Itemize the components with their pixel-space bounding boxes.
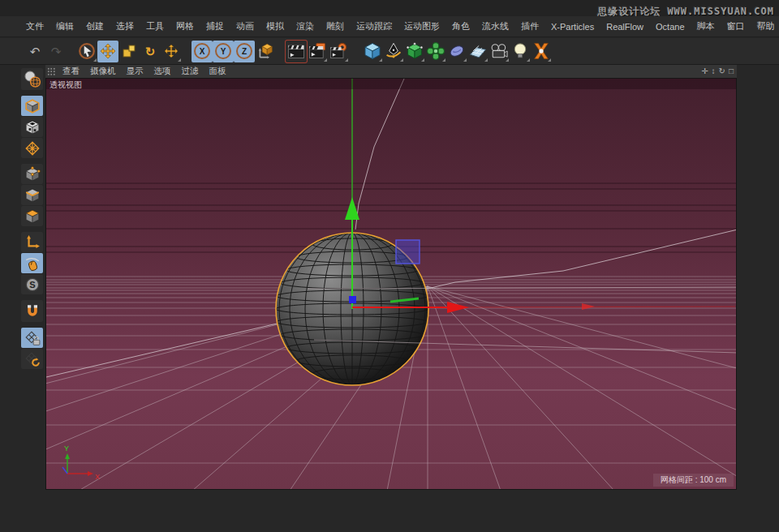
menu-create[interactable]: 创建 [86,20,104,32]
menu-octane[interactable]: Octane [656,22,684,32]
render-view-button[interactable] [286,41,307,62]
menu-render[interactable]: 渲染 [296,20,314,32]
workplane-grid-icon [24,140,41,157]
snap-s-icon: S [24,277,41,293]
coordinate-cube-icon [256,42,274,60]
model-mode-button[interactable] [21,96,43,116]
texture-mode-button[interactable] [21,117,43,137]
light-bulb-icon [510,41,530,61]
viewport-maximize-icon[interactable]: □ [729,67,734,75]
gizmo-plane-handle[interactable] [396,240,420,264]
redo-icon: ↷ [51,45,62,58]
points-mode-button[interactable] [21,164,43,184]
add-primitive-cube-button[interactable] [362,41,383,62]
undo-button[interactable]: ↶ [24,41,45,62]
viewport-pan-icon[interactable]: ✛ [701,67,708,75]
move-tool-button[interactable] [97,41,118,62]
menu-help[interactable]: 帮助 [757,20,775,32]
modeling-object-button[interactable] [404,41,425,62]
menu-sculpt[interactable]: 雕刻 [326,20,344,32]
edges-mode-button[interactable] [21,185,43,205]
gizmo-origin[interactable] [349,296,356,303]
menu-snap[interactable]: 捕捉 [206,20,224,32]
rotate-tool-button[interactable]: ↻ [140,41,161,62]
viewport-solo-button[interactable] [21,253,43,273]
x-axis-lock-button[interactable]: X [192,41,213,62]
scale-tool-button[interactable] [118,41,140,62]
vmenu-display[interactable]: 显示 [127,66,144,77]
enable-axis-button[interactable] [21,232,43,252]
vmenu-options[interactable]: 选项 [154,66,171,77]
workplane-mode-button[interactable] [21,138,43,158]
render-settings-gear-icon [329,41,348,61]
menu-realflow[interactable]: RealFlow [606,22,643,32]
workplane-lock-icon [24,330,41,346]
menu-plugins[interactable]: 插件 [521,20,539,32]
polygons-cube-icon [24,208,41,225]
vmenu-filter[interactable]: 过滤 [182,66,199,77]
camera-button[interactable] [488,41,510,62]
spline-pen-icon [384,41,403,61]
snap-settings-button[interactable]: S [21,274,43,294]
z-axis-icon: Z [236,43,252,59]
vmenu-view[interactable]: 查看 [62,66,80,77]
menu-select[interactable]: 选择 [116,20,134,32]
menu-simulate[interactable]: 模拟 [266,20,284,32]
grid-spacing-status: 网格间距 : 100 cm [653,474,734,487]
tweak-mouse-icon [24,255,41,272]
edges-cube-icon [24,187,41,204]
axis-y-label: Y [64,444,69,453]
redo-button[interactable]: ↷ [45,41,67,62]
floor-button[interactable] [467,41,488,62]
y-axis-icon: Y [215,43,231,59]
render-settings-button[interactable] [328,41,349,62]
last-used-tool-button[interactable] [161,41,182,62]
menu-tools[interactable]: 工具 [146,20,164,32]
menu-file[interactable]: 文件 [26,20,44,32]
perspective-viewport[interactable]: 透视视图 [45,78,737,490]
live-selection-button[interactable] [76,41,97,62]
vmenu-cameras[interactable]: 摄像机 [90,66,116,77]
y-axis-lock-button[interactable]: Y [213,41,234,62]
tool-bar: ↶ ↷ ↻ X Y Z [0,38,779,65]
viewport-menu-bar: 查看 摄像机 显示 选项 过滤 面板 ✛ ↕ ↻ □ [45,65,737,78]
rotate-icon: ↻ [145,45,156,58]
points-cube-icon [24,166,41,182]
menu-character[interactable]: 角色 [452,20,470,32]
vmenu-panel[interactable]: 面板 [209,66,226,77]
menu-edit[interactable]: 编辑 [56,20,74,32]
live-selection-icon [78,42,96,60]
mode-sidebar: S [21,68,45,370]
viewport-orbit-icon[interactable]: ↻ [719,67,725,75]
plugin-x-button[interactable] [531,41,552,62]
menu-xparticles[interactable]: X-Particles [551,22,594,32]
menu-animate[interactable]: 动画 [236,20,254,32]
viewport-grip-icon[interactable] [47,67,56,76]
z-axis-lock-button[interactable]: Z [234,41,255,62]
menu-motion-tracker[interactable]: 运动跟踪 [356,20,392,32]
floor-grid-icon [468,41,488,61]
polygons-mode-button[interactable] [21,206,43,226]
menu-mograph[interactable]: 运动图形 [404,20,440,32]
menu-script[interactable]: 脚本 [697,20,715,32]
make-editable-button[interactable] [21,68,43,90]
light-button[interactable] [510,41,531,62]
mograph-cloner-button[interactable] [425,41,446,62]
render-to-picture-viewer-button[interactable] [307,41,328,62]
spline-pen-button[interactable] [383,41,404,62]
snap-s-label: S [29,279,35,289]
workplane-mode-cycle-button[interactable] [21,349,43,369]
fields-button[interactable] [446,41,467,62]
make-editable-icon [23,70,42,89]
axis-x-label: X [95,473,100,481]
workplane-rotate-icon [24,351,41,367]
menu-pipeline[interactable]: 流水线 [482,20,509,32]
menu-window[interactable]: 窗口 [727,20,745,32]
lock-workplane-button[interactable] [21,328,43,348]
menu-mesh[interactable]: 网格 [176,20,194,32]
snapping-toggle-button[interactable] [21,300,43,322]
coordinate-system-button[interactable] [255,41,276,62]
undo-icon: ↶ [30,45,41,58]
orange-x-icon [532,41,551,61]
viewport-zoom-icon[interactable]: ↕ [712,67,716,75]
